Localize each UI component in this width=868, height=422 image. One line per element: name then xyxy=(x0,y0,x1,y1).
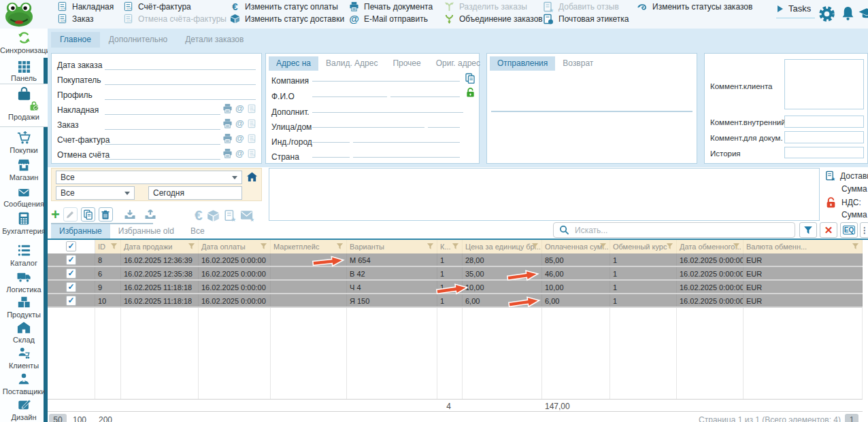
invoice-input[interactable] xyxy=(105,134,220,145)
tab-favorites-old[interactable]: Избранные old xyxy=(110,224,182,239)
print-icon[interactable] xyxy=(222,148,233,158)
toolbar-item-change-payment-status[interactable]: €Изменить статус оплаты xyxy=(230,1,344,12)
order-date-input[interactable] xyxy=(105,59,256,70)
filter-funnel-icon[interactable] xyxy=(531,243,539,250)
fio-last-input[interactable] xyxy=(390,86,460,97)
filter-funnel-icon[interactable] xyxy=(188,243,195,250)
col-exchange-date[interactable]: Дата обменного... xyxy=(677,240,744,253)
sidebar-item-store[interactable]: Магазин xyxy=(0,158,48,181)
filter-dropdown-2[interactable]: Все xyxy=(56,186,135,200)
tab-valid-address[interactable]: Валид. Адрес xyxy=(318,56,385,71)
sidebar-item-accounting[interactable]: Бухгалтерия xyxy=(0,211,48,235)
row-checkbox[interactable]: ✓ xyxy=(66,255,76,265)
sidebar-item-suppliers[interactable]: Поставщики xyxy=(0,372,48,395)
buyer-input[interactable] xyxy=(105,74,256,85)
copy-button[interactable] xyxy=(81,207,95,222)
email-icon[interactable]: @ xyxy=(235,118,244,128)
filter-funnel-icon[interactable] xyxy=(260,243,267,250)
country-code-input[interactable] xyxy=(312,147,350,158)
copy-address-icon[interactable] xyxy=(465,73,475,84)
filter-funnel-icon[interactable] xyxy=(599,243,607,250)
filter-funnel-icon[interactable] xyxy=(452,243,459,250)
sidebar-item-clients[interactable]: Клиенты xyxy=(0,347,48,370)
toolbar-item-merge-orders[interactable]: Объединение заказов xyxy=(444,14,543,24)
toolbar-item-change-delivery-status[interactable]: Изменить статус доставки xyxy=(230,14,344,24)
home-icon[interactable] xyxy=(246,171,258,183)
tab-return[interactable]: Возврат xyxy=(555,56,601,71)
tab-order-details[interactable]: Детали заказов xyxy=(176,32,252,48)
tab-all[interactable]: Все xyxy=(182,224,213,239)
print-icon[interactable] xyxy=(222,118,233,128)
row-checkbox[interactable]: ✓ xyxy=(66,296,76,306)
print-icon[interactable] xyxy=(222,103,233,113)
house-input[interactable] xyxy=(428,117,460,128)
toolbar-item-cancel-invoice[interactable]: Отмена счёта-фактуры xyxy=(123,14,227,24)
sidebar-item-purchases[interactable]: Покупки xyxy=(0,130,48,154)
print-icon[interactable] xyxy=(222,133,233,143)
filter-button[interactable] xyxy=(799,222,817,238)
package-icon[interactable] xyxy=(207,209,220,222)
filter-funnel-icon[interactable] xyxy=(666,243,673,250)
address-lock-icon[interactable] xyxy=(465,87,475,98)
col-id[interactable]: ID xyxy=(95,240,121,253)
clear-filter-button[interactable]: ✕ xyxy=(820,222,837,238)
document-icon[interactable] xyxy=(247,119,256,128)
tab-orig-address[interactable]: Ориг. адрес xyxy=(429,56,488,71)
toolbar-item-post-label[interactable]: Почтовая этикетка xyxy=(543,14,629,24)
zip-input[interactable] xyxy=(312,132,350,143)
toolbar-item-change-order-statuses[interactable]: Изменить статусы заказов xyxy=(637,1,752,12)
sidebar-item-warehouse[interactable]: Склад xyxy=(0,321,48,344)
sidebar-item-sales[interactable]: Продажи xyxy=(0,86,48,121)
sidebar-item-catalog[interactable]: Каталог xyxy=(0,243,48,267)
toolbar-item-invoice-note[interactable]: Накладная xyxy=(57,1,114,12)
sidebar-item-logistics[interactable]: Логистика xyxy=(0,270,48,294)
import-icon[interactable] xyxy=(124,209,136,220)
col-paid-sum[interactable]: Оплаченная сум... xyxy=(542,240,610,253)
filter-funnel-icon[interactable] xyxy=(110,243,118,250)
delete-button[interactable] xyxy=(99,207,113,222)
toolbar-item-add-review[interactable]: Добавить отзыв xyxy=(543,1,629,12)
notifications-bell-icon[interactable] xyxy=(839,5,856,22)
document-icon[interactable] xyxy=(247,134,256,143)
filter-funnel-icon[interactable] xyxy=(733,243,740,250)
internal-comment-input[interactable] xyxy=(784,116,864,128)
current-page-button[interactable]: 1 xyxy=(845,414,858,422)
tab-additional[interactable]: Дополнительно xyxy=(100,32,176,48)
country-input[interactable] xyxy=(353,147,460,158)
col-variants[interactable]: Варианты xyxy=(347,240,437,253)
client-comment-textarea[interactable] xyxy=(784,59,864,109)
col-marketplace[interactable]: Маркетплейс xyxy=(271,240,347,253)
settings-gear-icon[interactable] xyxy=(818,5,836,23)
export-icon[interactable] xyxy=(144,209,156,220)
table-row[interactable]: ✓ 616.02.2025 12:35:3816.02.2025 0:00:00… xyxy=(48,267,863,281)
row-checkbox[interactable]: ✓ xyxy=(66,268,76,279)
col-pay-date[interactable]: Дата оплаты xyxy=(199,240,271,253)
toolbar-item-email-send[interactable]: @E-Mail отправить xyxy=(349,14,433,24)
toolbar-item-split-orders[interactable]: Разделить заказы xyxy=(444,1,543,12)
row-checkbox[interactable]: ✓ xyxy=(66,282,76,292)
email-icon[interactable]: @ xyxy=(235,133,244,143)
tab-shipments[interactable]: Отправления xyxy=(490,56,555,71)
tab-address-to[interactable]: Адрес на xyxy=(269,56,318,71)
fio-first-input[interactable] xyxy=(312,86,387,97)
page-size-200[interactable]: 200 xyxy=(97,414,114,422)
tab-other[interactable]: Прочее xyxy=(385,56,428,71)
history-input[interactable] xyxy=(784,147,864,158)
sidebar-item-design[interactable]: Дизайн xyxy=(0,398,48,421)
filter-funnel-icon[interactable] xyxy=(427,243,434,250)
delivery-note-input[interactable] xyxy=(105,104,220,115)
select-all-checkbox[interactable]: ✓ xyxy=(66,241,76,251)
search-settings-button[interactable]: EQ xyxy=(840,222,858,238)
email-icon[interactable]: @ xyxy=(235,103,244,113)
doc-star-icon[interactable] xyxy=(224,209,236,222)
add-icon[interactable]: + xyxy=(51,209,60,221)
sidebar-item-sync[interactable]: Синхронизация xyxy=(0,31,48,54)
email-icon[interactable]: @ xyxy=(235,148,244,158)
filter-funnel-icon[interactable] xyxy=(852,243,859,250)
document-comment-input[interactable] xyxy=(784,131,864,143)
order-input[interactable] xyxy=(105,119,220,130)
filter-dropdown-1[interactable]: Все xyxy=(56,171,242,184)
additional-input[interactable] xyxy=(312,102,463,113)
col-quantity[interactable]: К... xyxy=(437,240,463,253)
page-size-50[interactable]: 50 xyxy=(49,414,67,422)
